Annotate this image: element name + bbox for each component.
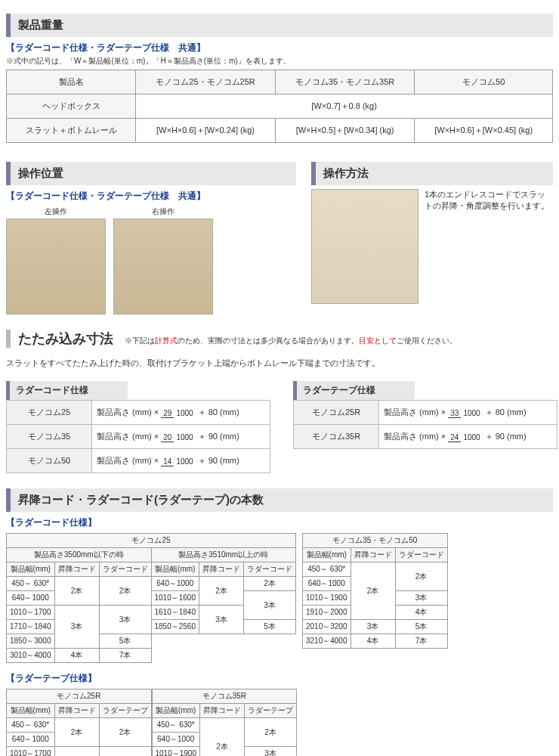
left-op-label: 左操作 xyxy=(6,206,106,217)
count-cord-sub: 【ラダーコード仕様】 xyxy=(6,516,553,529)
ladder-cord-title: ラダーコード仕様 xyxy=(6,381,128,400)
formula-cell: 製品高さ (mm) × 201000 ＋ 90 (mm) xyxy=(92,425,270,449)
section-weight-title: 製品重量 xyxy=(6,14,553,37)
th: モノコム35・モノコム35R xyxy=(275,70,415,94)
section-op-method-title: 操作方法 xyxy=(311,162,553,185)
op-pos-sub: 【ラダーコード仕様・ラダーテープ仕様 共通】 xyxy=(6,190,296,203)
m25r-table: モノコム25R 製品幅(mm)昇降コードラダーテープ 450～ 630*2本2本… xyxy=(6,689,152,756)
fold-desc: スラットをすべてたたみ上げた時の、取付けブラケット上端からボトムレール下端までの… xyxy=(6,358,553,369)
cell: [W×0.7]＋0.8 (kg) xyxy=(136,94,553,119)
section-op-pos-title: 操作位置 xyxy=(6,162,296,185)
blind-image-left xyxy=(6,218,106,314)
cell: [W×H×0.6]＋[W×0.24] (kg) xyxy=(136,119,276,143)
cord-formula-table: モノコム25製品高さ (mm) × 291000 ＋ 80 (mm)モノコム35… xyxy=(6,400,270,473)
th: 製品名 xyxy=(7,70,136,94)
fold-subtitle: ※下記は計算式のため、実際の寸法とは多少異なる場合があります。目安としてご使用く… xyxy=(125,336,457,345)
formula-name: モノコム50 xyxy=(7,449,92,473)
formula-name: モノコム35R xyxy=(294,425,379,449)
ladder-tape-title: ラダーテープ仕様 xyxy=(293,381,415,400)
weight-table: 製品名 モノコム25・モノコム25R モノコム35・モノコム35R モノコム50… xyxy=(6,70,553,143)
formula-cell: 製品高さ (mm) × 141000 ＋ 90 (mm) xyxy=(92,449,270,473)
op-method-desc: 1本のエンドレスコードでスラットの昇降・角度調整を行います。 xyxy=(425,189,553,304)
th: モノコム25・モノコム25R xyxy=(136,70,276,94)
m35r-table: モノコム35R 製品幅(mm)昇降コードラダーテープ 450～ 630*2本2本… xyxy=(152,689,298,756)
m35-50-table: モノコム35・モノコム50 製品幅(mm)昇降コードラダーコード 450～ 63… xyxy=(302,533,448,649)
formula-cell: 製品高さ (mm) × 241000 ＋ 90 (mm) xyxy=(379,425,557,449)
section-fold-title: たたみ込み寸法 ※下記は計算式のため、実際の寸法とは多少異なる場合があります。目… xyxy=(6,330,457,348)
th: モノコム50 xyxy=(415,70,553,94)
weight-note: ※式中の記号は、「W＝製品幅(単位：m)」「H＝製品高さ(単位：m)」を表します… xyxy=(6,56,553,67)
formula-name: モノコム25 xyxy=(7,401,92,425)
formula-cell: 製品高さ (mm) × 331000 ＋ 80 (mm) xyxy=(379,401,557,425)
weight-subheader: 【ラダーコード仕様・ラダーテープ仕様 共通】 xyxy=(6,42,553,54)
blind-image-method xyxy=(311,189,418,304)
formula-name: モノコム35 xyxy=(7,425,92,449)
cell: [W×H×0.5]＋[W×0.34] (kg) xyxy=(275,119,415,143)
section-count-title: 昇降コード・ラダーコード(ラダーテープ)の本数 xyxy=(6,488,553,512)
formula-cell: 製品高さ (mm) × 291000 ＋ 80 (mm) xyxy=(92,401,270,425)
tape-formula-table: モノコム25R製品高さ (mm) × 331000 ＋ 80 (mm)モノコム3… xyxy=(293,400,557,449)
row-label: ヘッドボックス xyxy=(7,94,136,119)
cell: [W×H×0.6]＋[W×0.45] (kg) xyxy=(415,119,553,143)
m25-table: モノコム25 製品高さ3500mm以下の時 製品高さ3510mm以上の時 製品幅… xyxy=(6,533,296,663)
count-tape-sub: 【ラダーテープ仕様】 xyxy=(6,672,553,685)
row-label: スラット＋ボトムレール xyxy=(7,119,136,143)
right-op-label: 右操作 xyxy=(113,206,213,217)
blind-image-right xyxy=(113,218,213,314)
formula-name: モノコム25R xyxy=(294,401,379,425)
